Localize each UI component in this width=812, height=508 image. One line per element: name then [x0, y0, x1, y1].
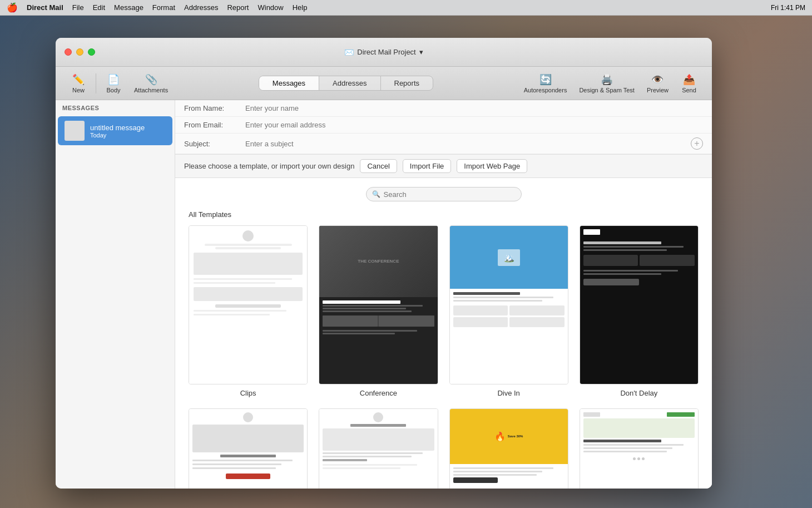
template-firecrackers[interactable]: 🔥 Save 30% — [449, 408, 568, 489]
toolbar-separator-1 — [96, 73, 96, 93]
from-email-label: From Email: — [184, 121, 245, 129]
menubar: 🍎 Direct Mail File Edit Message Format A… — [0, 0, 812, 16]
template-preview-conference: THE CONFERENCE — [319, 225, 438, 384]
toolbar-tabs: Messages Addresses Reports — [176, 76, 516, 91]
templates-grid: Clips THE CONFERENCE — [189, 225, 699, 397]
template-name-divein: Dive In — [497, 389, 519, 397]
template-clips[interactable]: Clips — [189, 225, 308, 397]
import-file-button[interactable]: Import File — [403, 159, 451, 173]
desktop: ✉️ Direct Mail Project ▾ ✏️ New 📄 Body 📎 — [0, 16, 812, 508]
minimize-button[interactable] — [76, 48, 83, 56]
window-title: Direct Mail Project — [357, 48, 415, 56]
menubar-time: Fri 1:41 PM — [771, 4, 805, 12]
sidebar: Messages untitled message Today — [56, 100, 175, 489]
subject-input[interactable] — [245, 140, 691, 148]
template-dontdelay[interactable]: Don't Delay — [580, 225, 699, 397]
template-preview-getstarted — [580, 408, 699, 489]
attachments-button[interactable]: 📎 Attachments — [128, 71, 174, 96]
app-name[interactable]: Direct Mail — [27, 3, 63, 12]
toolbar-left-group: ✏️ New 📄 Body 📎 Attachments — [65, 71, 174, 96]
main-panel: From Name: From Email: Subject: + — [175, 100, 712, 489]
send-button[interactable]: 📤 Send — [675, 71, 703, 96]
template-divein[interactable]: 🏔️ — [449, 225, 568, 397]
send-label: Send — [682, 87, 696, 93]
send-icon: 📤 — [683, 73, 695, 86]
menu-report[interactable]: Report — [227, 3, 249, 12]
preview-icon: 👁️ — [651, 73, 664, 86]
menubar-right: Fri 1:41 PM — [771, 4, 805, 12]
sidebar-item-untitled[interactable]: untitled message Today — [58, 116, 172, 145]
add-field-button[interactable]: + — [691, 137, 703, 150]
message-fields: From Name: From Email: Subject: + — [175, 100, 712, 155]
from-name-label: From Name: — [184, 104, 245, 112]
template-getstarted[interactable]: Get Started — [580, 408, 699, 489]
menu-window[interactable]: Window — [258, 3, 283, 12]
tab-messages[interactable]: Messages — [259, 76, 319, 90]
autoresponders-label: Autoresponders — [524, 87, 567, 93]
body-button[interactable]: 📄 Body — [100, 71, 127, 96]
window-title-area: ✉️ Direct Mail Project ▾ — [344, 48, 423, 57]
search-bar: 🔍 — [366, 187, 522, 201]
search-input[interactable] — [384, 190, 516, 199]
menu-file[interactable]: File — [72, 3, 84, 12]
template-preview-divein: 🏔️ — [449, 225, 568, 384]
body-icon: 📄 — [107, 73, 120, 86]
autoresponders-icon: 🔄 — [539, 73, 552, 86]
cancel-template-button[interactable]: Cancel — [360, 159, 397, 173]
sidebar-header: Messages — [56, 100, 175, 116]
toolbar-right-group: 🔄 Autoresponders 🖨️ Design & Spam Test 👁… — [518, 71, 703, 96]
tab-addresses[interactable]: Addresses — [319, 76, 380, 90]
toolbar: ✏️ New 📄 Body 📎 Attachments Messages — [56, 67, 712, 100]
design-spam-label: Design & Spam Test — [579, 87, 634, 93]
item-title: untitled message — [90, 124, 166, 132]
content-area: Messages untitled message Today From Nam… — [56, 100, 712, 489]
section-header: All Templates — [189, 210, 699, 219]
design-spam-button[interactable]: 🖨️ Design & Spam Test — [573, 71, 640, 96]
import-web-page-button[interactable]: Import Web Page — [457, 159, 527, 173]
template-preview-clips — [189, 225, 308, 384]
tab-reports[interactable]: Reports — [381, 76, 433, 90]
tab-group: Messages Addresses Reports — [259, 76, 433, 91]
template-preview-dontdelay — [580, 225, 699, 384]
templates-grid-2: Exclusive — [189, 408, 699, 489]
body-label: Body — [106, 87, 120, 93]
window-title-chevron: ▾ — [419, 48, 423, 56]
subject-row: Subject: + — [175, 134, 712, 154]
template-conference[interactable]: THE CONFERENCE — [319, 225, 438, 397]
traffic-lights — [65, 48, 95, 56]
apple-menu[interactable]: 🍎 — [7, 2, 18, 13]
template-preview-featureful — [319, 408, 438, 489]
menu-addresses[interactable]: Addresses — [184, 3, 218, 12]
maximize-button[interactable] — [88, 48, 95, 56]
autoresponders-button[interactable]: 🔄 Autoresponders — [518, 71, 573, 96]
preview-button[interactable]: 👁️ Preview — [641, 71, 674, 96]
menu-message[interactable]: Message — [114, 3, 143, 12]
template-preview-firecrackers: 🔥 Save 30% — [449, 408, 568, 489]
template-name-conference: Conference — [360, 389, 397, 397]
from-email-input[interactable] — [245, 121, 703, 129]
new-label: New — [72, 87, 85, 93]
from-name-row: From Name: — [175, 100, 712, 117]
from-name-input[interactable] — [245, 104, 703, 112]
template-exclusive[interactable]: Exclusive — [189, 408, 308, 489]
menu-help[interactable]: Help — [293, 3, 308, 12]
menu-edit[interactable]: Edit — [93, 3, 105, 12]
subject-label: Subject: — [184, 140, 245, 148]
template-bar-prompt: Please choose a template, or import your… — [184, 162, 354, 170]
search-container: 🔍 — [189, 187, 699, 201]
attachments-label: Attachments — [134, 87, 168, 93]
template-featureful[interactable]: Featureful — [319, 408, 438, 489]
menu-format[interactable]: Format — [152, 3, 175, 12]
design-spam-icon: 🖨️ — [601, 73, 613, 86]
from-email-row: From Email: — [175, 117, 712, 134]
item-date: Today — [90, 132, 166, 139]
new-button[interactable]: ✏️ New — [65, 71, 92, 96]
template-gallery: 🔍 All Templates — [175, 178, 712, 489]
new-icon: ✏️ — [72, 73, 85, 86]
preview-label: Preview — [647, 87, 669, 93]
template-preview-exclusive — [189, 408, 308, 489]
attachments-icon: 📎 — [145, 73, 157, 86]
close-button[interactable] — [65, 48, 72, 56]
title-bar: ✉️ Direct Mail Project ▾ — [56, 38, 712, 67]
app-window: ✉️ Direct Mail Project ▾ ✏️ New 📄 Body 📎 — [56, 38, 712, 489]
